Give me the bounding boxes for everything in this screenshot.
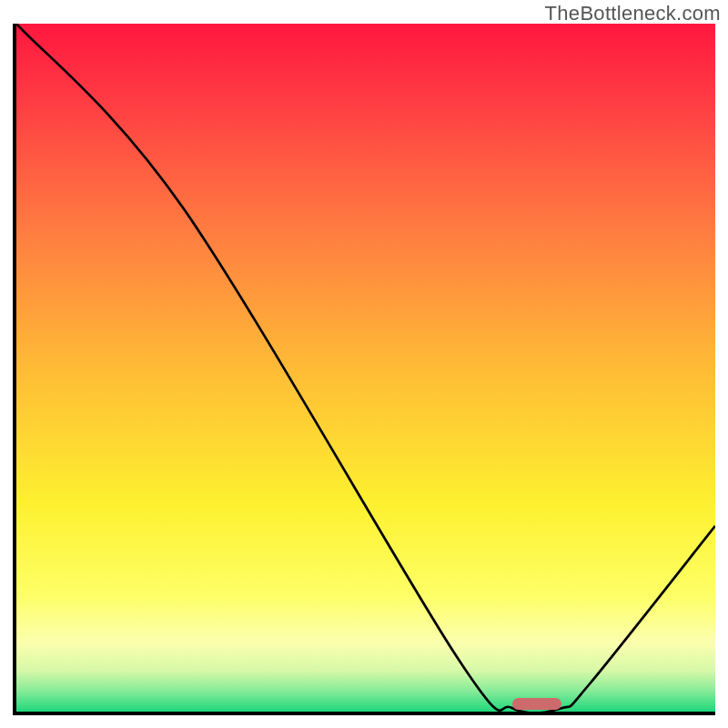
plot-area — [13, 24, 715, 715]
chart-container: TheBottleneck.com — [0, 0, 728, 728]
watermark-text: TheBottleneck.com — [545, 2, 721, 25]
bottleneck-curve — [16, 24, 715, 712]
optimum-marker — [512, 698, 561, 710]
